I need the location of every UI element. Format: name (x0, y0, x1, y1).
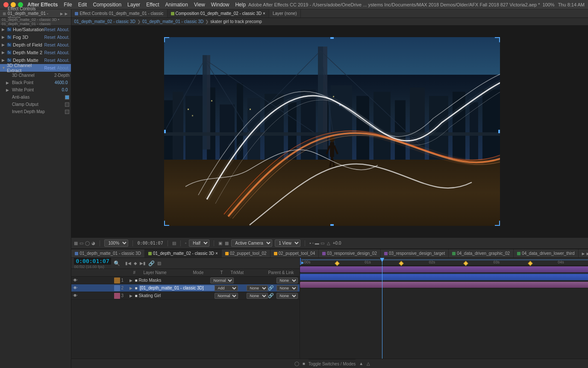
layer-parent-select[interactable]: None (276, 277, 298, 283)
expand-icon[interactable]: ▶ (2, 27, 7, 32)
prop-black-point[interactable]: ▶ Black Point 4600.0 (0, 79, 71, 86)
track-ruler[interactable]: 0:00s 01s 02s 03s 04s ▶ (300, 258, 588, 266)
reset-button[interactable]: Reset (44, 50, 55, 55)
expand-icon[interactable]: ▶ (2, 35, 7, 39)
tl-tab-0[interactable]: 01_depth_matte_01 - classic 3D (71, 249, 144, 258)
menu-help[interactable]: Help (235, 2, 246, 8)
zoom-slider[interactable]: ■ (303, 361, 305, 366)
tl-tab-3[interactable]: 02_puppet_tool_04 (270, 249, 319, 258)
toggle-switches-modes[interactable]: Toggle Switches / Modes (309, 359, 356, 368)
layer-row-3[interactable]: 👁 3 ▶ ■ Skating Girl Normal None (71, 292, 300, 300)
track-row-1[interactable] (300, 266, 588, 273)
layer-row-1[interactable]: 👁 1 ▶ ■ Roto Masks Normal (71, 277, 300, 284)
expand-icon[interactable]: ▶ (2, 50, 7, 55)
prop-invert-depth[interactable]: Invert Depth Map (0, 108, 71, 115)
reset-button[interactable]: Reset (44, 66, 55, 70)
corner-handle-tl[interactable] (164, 37, 169, 42)
graph-editor-icon[interactable]: ▧ (157, 261, 161, 266)
about-button[interactable]: About. (57, 27, 70, 32)
menu-layer[interactable]: Layer (127, 2, 140, 8)
layer-mode-select[interactable]: Add (215, 285, 238, 291)
menu-composition[interactable]: Composition (93, 2, 121, 8)
expand-icon[interactable]: △ (367, 361, 370, 366)
menu-edit[interactable]: Edit (78, 2, 87, 8)
menu-effect[interactable]: Effect (146, 2, 159, 8)
reset-button[interactable]: Reset (44, 43, 55, 47)
edge-handle-right[interactable] (498, 130, 500, 133)
visibility-toggle[interactable]: 👁 (73, 286, 80, 290)
expand-icon[interactable]: ▶ (2, 58, 7, 62)
add-keyframe-icon[interactable]: ◆ (134, 261, 137, 266)
motion-blur-icon[interactable]: ◯ (85, 241, 90, 245)
tl-tab-5[interactable]: 03_responsive_design_target (381, 249, 449, 258)
about-button[interactable]: About. (57, 50, 70, 55)
prop-clamp-output[interactable]: Clamp Output (0, 101, 71, 108)
menu-view[interactable]: View (194, 2, 205, 8)
region-icon[interactable]: ▣ (218, 241, 222, 245)
expand-icon[interactable]: ▶ (2, 43, 7, 47)
tab-composition[interactable]: Composition 01_depth_matte_02 - classic … (168, 9, 269, 18)
keyframe-nav-icon[interactable]: ▮◀ (125, 261, 131, 266)
prop-white-point[interactable]: ▶ White Point 0.0 (0, 86, 71, 93)
about-button[interactable]: About. (57, 58, 70, 63)
breadcrumb-layer[interactable]: 01_depth_matte_01 - classic 3D (142, 19, 203, 24)
menu-animation[interactable]: Animation (165, 2, 188, 8)
link-icon[interactable]: 🔗 (148, 260, 155, 266)
edge-handle-left[interactable] (164, 130, 166, 133)
effect-fog3d[interactable]: ▶ fx Fog 3D Reset About. (0, 33, 71, 41)
layer-mode-select[interactable]: Normal (210, 277, 234, 283)
invert-depth-checkbox[interactable] (65, 110, 69, 114)
mask-icon[interactable]: ▭ (79, 241, 83, 245)
quality-dropdown[interactable]: Half (189, 239, 209, 247)
about-button[interactable]: About. (57, 66, 70, 70)
menu-bar[interactable]: File Edit Composition Layer Effect Anima… (64, 2, 246, 8)
layer-mode-select[interactable]: Normal (215, 293, 238, 299)
menu-window[interactable]: Window (211, 2, 229, 8)
track-row-3[interactable] (300, 281, 588, 289)
tl-tab-4[interactable]: 03_responsive_design_02 (319, 249, 381, 258)
col-trkmat-select[interactable]: None (247, 293, 268, 299)
tl-tab-6[interactable]: 04_data_driven_graphic_02 (449, 249, 514, 258)
track-row-2[interactable] (300, 273, 588, 281)
about-button[interactable]: About. (57, 43, 70, 47)
zoom-out-icon[interactable]: ▲ (359, 361, 363, 366)
prop-anti-alias[interactable]: Anti-alias (0, 93, 71, 101)
effect-hue-saturation[interactable]: ▶ fx Hue/Saturation Reset About. (0, 26, 71, 33)
snapshot-icon[interactable]: ▤ (172, 241, 176, 245)
prop-value[interactable]: 4600.0 (55, 80, 68, 85)
zoom-dropdown[interactable]: 100% (104, 239, 128, 247)
effect-depth-matte2[interactable]: ▶ fx Depth Matte 2 Reset About. (0, 49, 71, 56)
tl-tab-1[interactable]: 01_depth_matte_02 - classic 3D × (145, 249, 222, 258)
corner-handle-br[interactable] (495, 221, 500, 226)
corner-handle-bl[interactable] (164, 221, 169, 226)
tab-layer[interactable]: Layer (none) (269, 9, 301, 18)
search-button[interactable]: 🔍 (114, 260, 120, 266)
camera-icon[interactable]: ◕ (91, 241, 95, 245)
col-trkmat-select[interactable]: None (247, 285, 268, 291)
anti-alias-checkbox[interactable] (65, 95, 69, 99)
visibility-toggle[interactable]: 👁 (73, 293, 80, 298)
panel-menu-icon[interactable]: ►► (59, 11, 69, 16)
tl-tab-2[interactable]: 02_puppet_tool_02 (222, 249, 270, 258)
clamp-output-checkbox[interactable] (65, 102, 69, 107)
breadcrumb-comp[interactable]: 01_depth_matte_02 - classic 3D (74, 19, 135, 24)
reset-button[interactable]: Reset (44, 27, 55, 32)
camera-dropdown[interactable]: Active Camera (231, 239, 272, 247)
reset-button[interactable]: Reset (44, 35, 55, 40)
expand-icon[interactable]: ▼ (2, 66, 7, 70)
effect-depth-of-field[interactable]: ▶ fx Depth of Field Reset About. (0, 41, 71, 49)
timecode-display[interactable]: 0:00:01:07 (74, 258, 111, 265)
layer-parent-select[interactable]: None (276, 285, 298, 291)
corner-handle-tr[interactable] (495, 37, 500, 42)
tl-tab-7[interactable]: 04_data_driven_lower_third (514, 249, 578, 258)
grid-icon[interactable]: ▦ (74, 241, 78, 245)
about-button[interactable]: About. (57, 35, 70, 40)
composition-viewer[interactable] (71, 26, 588, 237)
expand-icon[interactable]: ▶ (6, 81, 11, 85)
zoom-in-icon[interactable]: ◯ (294, 361, 299, 366)
more-tabs-button[interactable]: ►► (579, 251, 588, 256)
expand-icon[interactable]: ▶ (6, 88, 11, 92)
color-mode-icon[interactable]: ▫ (185, 241, 187, 245)
views-dropdown[interactable]: 1 View (275, 239, 300, 247)
layer-expand-icon[interactable]: ▶ (129, 278, 135, 283)
